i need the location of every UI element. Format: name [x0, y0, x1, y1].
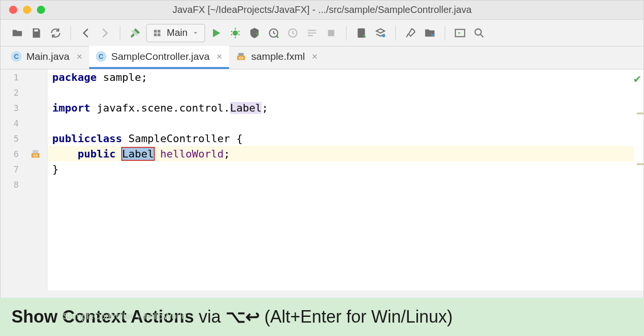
tab-samplecontroller[interactable]: C SampleController.java ✕ — [89, 46, 229, 69]
svg-rect-15 — [239, 53, 244, 56]
close-tab-icon[interactable]: ✕ — [216, 52, 222, 61]
breadcrumb: SampleController›helloWorld — [53, 301, 187, 332]
analysis-ok-icon[interactable]: ✔ — [633, 73, 642, 86]
separator — [395, 26, 396, 40]
keyword: public — [78, 148, 115, 160]
line-number: 5 — [0, 131, 23, 146]
code-area[interactable]: package sample; import javafx.scene.cont… — [47, 69, 634, 291]
line-number: 1 — [0, 69, 23, 85]
bookmarks-button[interactable] — [304, 25, 320, 41]
line-number: 4 — [0, 115, 23, 131]
open-button[interactable] — [9, 25, 25, 41]
svg-rect-2 — [154, 33, 157, 36]
keyword: public — [52, 133, 90, 145]
avd-button[interactable] — [353, 25, 369, 41]
window-controls — [9, 6, 45, 14]
tab-label: Main.java — [26, 51, 69, 62]
run-button[interactable] — [208, 25, 224, 41]
forward-button[interactable] — [97, 25, 113, 41]
coverage-button[interactable] — [246, 25, 263, 41]
titlebar: JavaFX [~/IdeaProjects/JavaFX] - .../src… — [0, 0, 644, 20]
debug-button[interactable] — [227, 25, 243, 41]
gutter-icons: <> — [23, 69, 47, 291]
line-number: 8 — [0, 177, 23, 192]
separator — [346, 26, 346, 40]
line-number: 6 — [0, 146, 23, 161]
field-name: helloWorld — [160, 148, 223, 160]
chevron-down-icon — [192, 30, 199, 36]
java-file-icon: C — [96, 51, 106, 62]
close-window[interactable] — [9, 6, 17, 14]
svg-rect-10 — [431, 34, 435, 36]
close-tab-icon[interactable]: ✕ — [76, 52, 82, 61]
keyword: package — [52, 71, 97, 83]
shortcut-mac: ⌥↩ — [226, 307, 260, 327]
keyword: class — [90, 133, 122, 145]
svg-point-12 — [475, 29, 482, 35]
line-number: 3 — [0, 100, 23, 115]
line-numbers: 1 2 3 4 5 6 7 8 — [0, 69, 23, 291]
svg-point-9 — [382, 34, 386, 37]
attach-button[interactable] — [285, 25, 301, 41]
hint-banner: Show Context Actions via ⌥↩ (Alt+Enter f… — [0, 298, 644, 336]
tab-label: sample.fxml — [251, 51, 305, 62]
svg-rect-1 — [158, 30, 161, 33]
window-title: JavaFX [~/IdeaProjects/JavaFX] - .../src… — [0, 4, 644, 15]
save-button[interactable] — [28, 25, 45, 41]
build-button[interactable] — [127, 25, 143, 41]
profile-button[interactable] — [265, 25, 282, 41]
stop-button[interactable] — [323, 25, 339, 41]
search-button[interactable] — [471, 25, 487, 41]
close-tab-icon[interactable]: ✕ — [311, 52, 318, 61]
separator — [445, 26, 445, 40]
run-config-label: Main — [167, 27, 187, 38]
fxml-file-icon: <> — [236, 51, 246, 62]
svg-text:<>: <> — [239, 56, 244, 60]
line-number: 2 — [0, 85, 23, 100]
keyword: import — [52, 102, 90, 114]
code-editor[interactable]: 1 2 3 4 5 6 7 8 <> package sample; impor… — [0, 69, 644, 291]
shortcut-winlinux: (Alt+Enter for Win/Linux) — [260, 307, 453, 327]
settings-button[interactable] — [402, 25, 419, 41]
run-anything-button[interactable] — [452, 25, 468, 41]
tab-label: SampleController.java — [111, 51, 209, 62]
structure-button[interactable] — [422, 25, 438, 41]
separator — [120, 26, 120, 40]
java-file-icon: C — [11, 51, 22, 62]
selected-token[interactable]: Label — [122, 148, 154, 160]
error-stripe[interactable]: ✔ — [634, 69, 644, 291]
fxml-gutter-icon[interactable]: <> — [23, 146, 47, 161]
sdk-button[interactable] — [372, 25, 389, 41]
tab-samplefxml[interactable]: <> sample.fxml ✕ — [229, 46, 324, 69]
warning-mark[interactable] — [637, 163, 644, 165]
minimize-window[interactable] — [23, 6, 31, 14]
refresh-button[interactable] — [47, 25, 64, 41]
editor-tabs: C Main.java ✕ C SampleController.java ✕ … — [0, 46, 644, 69]
run-config-selector[interactable]: Main — [146, 24, 205, 42]
svg-text:<>: <> — [33, 153, 38, 158]
svg-rect-18 — [33, 150, 38, 154]
back-button[interactable] — [78, 25, 94, 41]
class-ref: Label — [230, 102, 262, 114]
svg-rect-3 — [158, 33, 161, 36]
maximize-window[interactable] — [37, 6, 45, 14]
line-number: 7 — [0, 161, 23, 177]
svg-rect-0 — [154, 30, 157, 33]
svg-rect-7 — [328, 30, 334, 36]
tab-main[interactable]: C Main.java ✕ — [4, 46, 89, 69]
main-toolbar: Main — [0, 20, 644, 46]
warning-mark[interactable] — [637, 112, 644, 114]
separator — [70, 26, 71, 40]
svg-point-4 — [233, 30, 238, 35]
